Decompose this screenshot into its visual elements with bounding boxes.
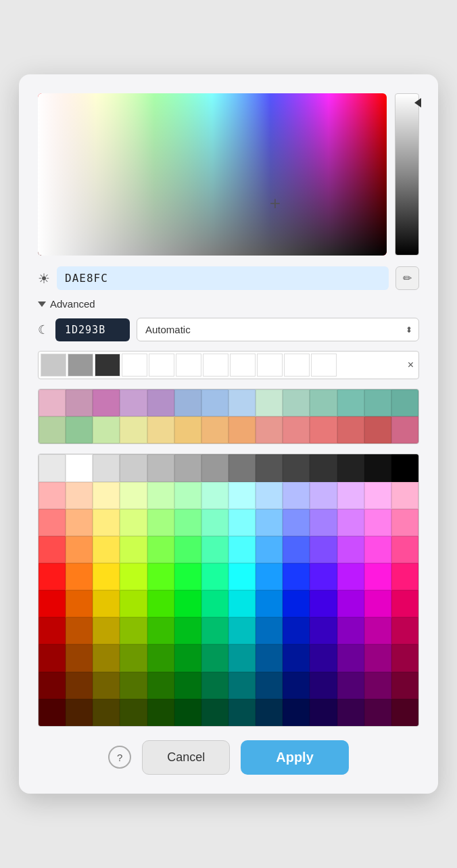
large-palette-cell[interactable] [256,563,283,590]
large-palette-cell[interactable] [391,644,418,671]
large-palette-cell[interactable] [93,482,120,509]
large-palette-cell[interactable] [364,644,391,671]
large-palette-cell[interactable] [256,590,283,617]
large-palette-cell[interactable] [201,644,228,671]
palette-cell[interactable] [310,416,337,443]
large-palette-cell[interactable] [120,672,147,699]
palette-cell[interactable] [39,416,66,443]
large-palette-cell[interactable] [228,536,256,563]
large-palette-cell[interactable] [66,644,93,671]
large-palette-cell[interactable] [120,482,147,509]
large-palette-cell[interactable] [93,672,120,699]
large-palette-cell[interactable] [93,644,120,671]
brightness-slider[interactable] [395,93,419,256]
large-palette-cell[interactable] [391,672,418,699]
large-palette-cell[interactable] [228,699,256,726]
large-palette-cell[interactable] [364,563,391,590]
large-palette-cell[interactable] [120,590,147,617]
large-palette-cell[interactable] [39,563,66,590]
dark-hex-input[interactable] [55,318,130,341]
spectrum-canvas[interactable]: + [38,93,387,256]
large-palette-cell[interactable] [228,644,256,671]
large-palette-cell[interactable] [66,699,93,726]
palette-cell[interactable] [147,389,174,416]
large-palette-cell[interactable] [93,509,120,536]
large-palette-cell[interactable] [39,617,66,644]
palette-cell[interactable] [93,416,120,443]
recent-swatch[interactable] [203,354,228,377]
cancel-button[interactable]: Cancel [142,740,230,775]
large-palette-cell[interactable] [364,672,391,699]
large-palette-cell[interactable] [391,563,418,590]
large-palette-cell[interactable] [66,482,93,509]
large-palette-cell[interactable] [174,644,201,671]
large-palette-cell[interactable] [174,563,201,590]
large-palette-cell[interactable] [201,590,228,617]
large-palette-cell[interactable] [174,482,201,509]
palette-cell[interactable] [120,416,147,443]
palette-cell[interactable] [310,389,337,416]
large-palette-cell[interactable] [39,454,66,481]
large-palette-cell[interactable] [66,536,93,563]
palette-cell[interactable] [364,416,391,443]
large-palette-cell[interactable] [283,672,310,699]
large-palette-cell[interactable] [228,509,256,536]
palette-cell[interactable] [337,389,364,416]
large-palette-cell[interactable] [66,509,93,536]
large-palette-cell[interactable] [39,509,66,536]
palette-cell[interactable] [201,389,228,416]
large-palette-cell[interactable] [93,563,120,590]
large-palette-cell[interactable] [391,482,418,509]
large-palette-cell[interactable] [310,672,337,699]
large-palette-cell[interactable] [310,563,337,590]
large-palette-cell[interactable] [228,563,256,590]
large-palette-cell[interactable] [147,644,174,671]
eyedropper-button[interactable]: ✏ [395,266,419,290]
large-palette-cell[interactable] [39,482,66,509]
large-palette-cell[interactable] [364,509,391,536]
large-palette-cell[interactable] [364,699,391,726]
large-palette-cell[interactable] [93,536,120,563]
large-palette-cell[interactable] [228,482,256,509]
palette-cell[interactable] [256,416,283,443]
large-palette-cell[interactable] [310,454,337,481]
large-palette-cell[interactable] [391,617,418,644]
large-palette-cell[interactable] [120,536,147,563]
large-palette-cell[interactable] [120,509,147,536]
large-palette-cell[interactable] [39,536,66,563]
large-palette-cell[interactable] [228,454,256,481]
palette-cell[interactable] [228,389,256,416]
palette-cell[interactable] [228,416,256,443]
large-palette-cell[interactable] [310,536,337,563]
large-palette-cell[interactable] [174,699,201,726]
large-palette-cell[interactable] [256,644,283,671]
palette-cell[interactable] [337,416,364,443]
large-palette-cell[interactable] [120,617,147,644]
large-palette-cell[interactable] [391,536,418,563]
large-palette-cell[interactable] [147,699,174,726]
large-palette-cell[interactable] [66,454,93,481]
large-palette-cell[interactable] [283,482,310,509]
recent-swatch[interactable] [149,354,174,377]
large-palette-cell[interactable] [283,699,310,726]
large-palette-cell[interactable] [66,590,93,617]
recent-swatch[interactable] [41,354,66,377]
large-palette-cell[interactable] [256,672,283,699]
large-palette-cell[interactable] [201,454,228,481]
recent-swatch[interactable] [122,354,147,377]
large-palette-cell[interactable] [310,482,337,509]
large-palette-cell[interactable] [228,672,256,699]
large-palette-cell[interactable] [201,509,228,536]
large-palette-cell[interactable] [283,644,310,671]
palette-cell[interactable] [39,389,66,416]
large-palette-cell[interactable] [283,563,310,590]
large-palette-cell[interactable] [93,590,120,617]
large-palette-cell[interactable] [147,454,174,481]
large-palette-cell[interactable] [201,617,228,644]
palette-cell[interactable] [364,389,391,416]
large-palette-cell[interactable] [93,454,120,481]
large-palette-cell[interactable] [364,590,391,617]
large-palette-cell[interactable] [337,454,364,481]
recent-swatch[interactable] [311,354,337,377]
large-palette-cell[interactable] [201,536,228,563]
